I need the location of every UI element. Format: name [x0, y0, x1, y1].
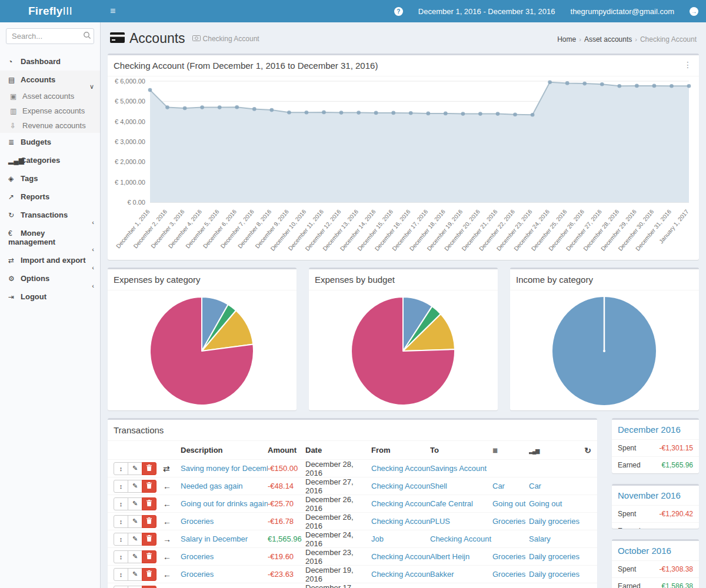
- transaction-category-link[interactable]: Salary: [529, 534, 551, 543]
- reorder-button[interactable]: ↕: [114, 497, 128, 510]
- signout-button[interactable]: →: [682, 6, 706, 16]
- sidebar-item-money-management[interactable]: €Money management ‹: [0, 224, 100, 251]
- transaction-category-link[interactable]: Going out: [529, 499, 562, 508]
- transaction-description-link[interactable]: Groceries: [181, 517, 214, 526]
- trash-icon: [146, 482, 152, 490]
- sidebar-item-tags[interactable]: ◈Tags: [0, 169, 100, 188]
- reorder-button[interactable]: ↕: [114, 586, 128, 588]
- sidebar-item-accounts[interactable]: ▤Accounts ∨: [0, 71, 100, 89]
- summary-title[interactable]: December 2016: [612, 420, 699, 440]
- sidebar-item-label: Dashboard: [21, 57, 61, 66]
- reorder-button[interactable]: ↕: [114, 568, 128, 581]
- transaction-description-link[interactable]: Going out for drinks again: [181, 499, 268, 508]
- svg-text:€ 1,000.00: € 1,000.00: [115, 179, 145, 186]
- search-button[interactable]: [83, 31, 91, 41]
- svg-text:€ 2,000.00: € 2,000.00: [115, 158, 145, 165]
- transaction-to-link[interactable]: Shell: [430, 482, 447, 490]
- delete-button[interactable]: [142, 586, 156, 588]
- transactions-header-row: Description Amount Date From To ≣ ▂▄▆ ↻: [108, 441, 597, 460]
- delete-button[interactable]: [142, 462, 156, 475]
- refresh-icon[interactable]: ↻: [584, 446, 591, 455]
- transaction-description-link[interactable]: Needed gas again: [181, 482, 243, 490]
- edit-button[interactable]: ✎: [128, 497, 142, 510]
- delete-button[interactable]: [142, 550, 156, 563]
- sidebar-item-budgets[interactable]: ≣Budgets: [0, 133, 100, 151]
- trash-icon: [146, 535, 152, 543]
- edit-button[interactable]: ✎: [128, 568, 142, 581]
- transaction-from-link[interactable]: Checking Account: [371, 570, 430, 579]
- delete-button[interactable]: [142, 497, 156, 510]
- transaction-budget-link[interactable]: Groceries: [492, 570, 525, 579]
- pencil-icon: ✎: [132, 500, 138, 507]
- date-range[interactable]: December 1, 2016 - December 31, 2016: [411, 7, 563, 16]
- transaction-to-link[interactable]: Bakker: [430, 570, 454, 579]
- edit-button[interactable]: ✎: [128, 462, 142, 475]
- box-menu-icon[interactable]: ⋮: [684, 60, 692, 69]
- reorder-button[interactable]: ↕: [114, 480, 128, 493]
- help-button[interactable]: ?: [387, 6, 411, 16]
- transaction-category-link[interactable]: Daily groceries: [529, 517, 580, 526]
- reorder-icon: ↕: [119, 553, 123, 560]
- edit-button[interactable]: ✎: [128, 480, 142, 493]
- sidebar-item-logout[interactable]: ⇥Logout: [0, 288, 100, 306]
- transaction-description-link[interactable]: Groceries: [181, 552, 214, 561]
- transaction-budget-link[interactable]: Groceries: [492, 552, 525, 561]
- reorder-button[interactable]: ↕: [114, 515, 128, 528]
- transaction-from-link[interactable]: Checking Account: [371, 464, 430, 473]
- transaction-description-link[interactable]: Salary in December: [181, 534, 248, 543]
- transaction-category-link[interactable]: Car: [529, 482, 541, 490]
- sidebar-item-asset-accounts[interactable]: ▣Asset accounts: [0, 89, 100, 103]
- delete-button[interactable]: [142, 480, 156, 493]
- sidebar-item-transactions[interactable]: ↻Transactions ‹: [0, 206, 100, 224]
- summary-title[interactable]: November 2016: [612, 486, 699, 506]
- summary-label: Earned: [618, 582, 641, 588]
- transaction-amount: -€150.00: [268, 464, 305, 473]
- summary-value: -€1,301.15: [660, 444, 693, 452]
- transaction-description-link[interactable]: Groceries: [181, 570, 214, 579]
- edit-button[interactable]: ✎: [128, 586, 142, 588]
- breadcrumb-link[interactable]: Home: [557, 35, 576, 44]
- sidebar-item-revenue-accounts[interactable]: ⇩Revenue accounts: [0, 118, 100, 133]
- sidebar-toggle-icon[interactable]: ≡: [101, 6, 125, 16]
- sidebar-item-options[interactable]: ⚙Options ‹: [0, 269, 100, 288]
- transaction-to-link[interactable]: Cafe Central: [430, 499, 473, 508]
- transaction-from-link[interactable]: Checking Account: [371, 499, 430, 508]
- transaction-date: December 24, 2016: [305, 530, 371, 548]
- transaction-to-link[interactable]: Checking Account: [430, 534, 491, 543]
- transaction-budget-link[interactable]: Car: [492, 482, 505, 490]
- column-to: To: [430, 446, 492, 455]
- transaction-to-link[interactable]: Albert Heijn: [430, 552, 469, 561]
- delete-button[interactable]: [142, 515, 156, 528]
- transaction-from-link[interactable]: Checking Account: [371, 482, 430, 490]
- edit-button[interactable]: ✎: [128, 515, 142, 528]
- income-by-category-pie: [510, 290, 699, 410]
- transaction-to-link[interactable]: PLUS: [430, 517, 450, 526]
- edit-button[interactable]: ✎: [128, 533, 142, 546]
- transaction-description-link[interactable]: Saving money for December: [181, 464, 268, 473]
- transaction-from-link[interactable]: Checking Account: [371, 517, 430, 526]
- transaction-from-link[interactable]: Checking Account: [371, 552, 430, 561]
- delete-button[interactable]: [142, 533, 156, 546]
- summary-title[interactable]: October 2016: [612, 541, 699, 561]
- transaction-category-link[interactable]: Daily groceries: [529, 552, 580, 561]
- delete-button[interactable]: [142, 568, 156, 581]
- breadcrumb-link[interactable]: Asset accounts: [584, 35, 632, 44]
- transaction-category-link[interactable]: Daily groceries: [529, 570, 580, 579]
- reorder-button[interactable]: ↕: [114, 462, 128, 475]
- sidebar-item-dashboard[interactable]: ◔Dashboard: [0, 52, 100, 71]
- transaction-budget-link[interactable]: Groceries: [492, 517, 525, 526]
- summary-box: October 2016 Spent -€1,308.38 Earned €1,…: [612, 539, 699, 588]
- brand[interactable]: FireflyIII: [0, 0, 101, 22]
- sidebar-item-categories[interactable]: ▂▄▆Categories: [0, 151, 100, 169]
- transaction-to-link[interactable]: Savings Account: [430, 464, 487, 473]
- sidebar-item-expense-accounts[interactable]: ▥Expense accounts: [0, 103, 100, 118]
- transaction-budget-link[interactable]: Going out: [492, 499, 525, 508]
- sidebar-item-import-export[interactable]: ⇄Import and export ‹: [0, 251, 100, 269]
- transaction-from-link[interactable]: Job: [371, 534, 384, 543]
- reorder-button[interactable]: ↕: [114, 550, 128, 563]
- reorder-button[interactable]: ↕: [114, 533, 128, 546]
- user-email[interactable]: thegrumpydictator@gmail.com: [563, 7, 682, 16]
- edit-button[interactable]: ✎: [128, 550, 142, 563]
- sidebar-item-reports[interactable]: ↗Reports: [0, 188, 100, 206]
- search-input[interactable]: [6, 28, 94, 44]
